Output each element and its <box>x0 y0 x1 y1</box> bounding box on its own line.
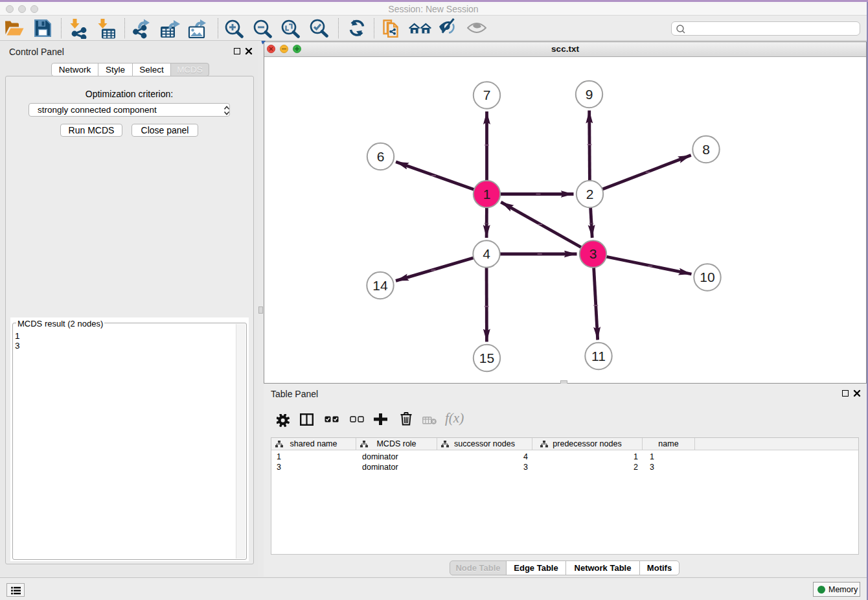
svg-text:2: 2 <box>586 187 594 202</box>
svg-text:15: 15 <box>479 351 494 365</box>
svg-text:9: 9 <box>586 87 593 102</box>
svg-text:6: 6 <box>377 149 385 164</box>
svg-text:7: 7 <box>483 87 491 102</box>
svg-text:3: 3 <box>589 246 597 261</box>
svg-text:8: 8 <box>702 142 710 157</box>
svg-text:4: 4 <box>483 246 490 261</box>
svg-text:1: 1 <box>483 187 491 202</box>
svg-text:11: 11 <box>591 349 606 363</box>
svg-text:14: 14 <box>372 278 388 293</box>
svg-text:10: 10 <box>700 270 714 284</box>
